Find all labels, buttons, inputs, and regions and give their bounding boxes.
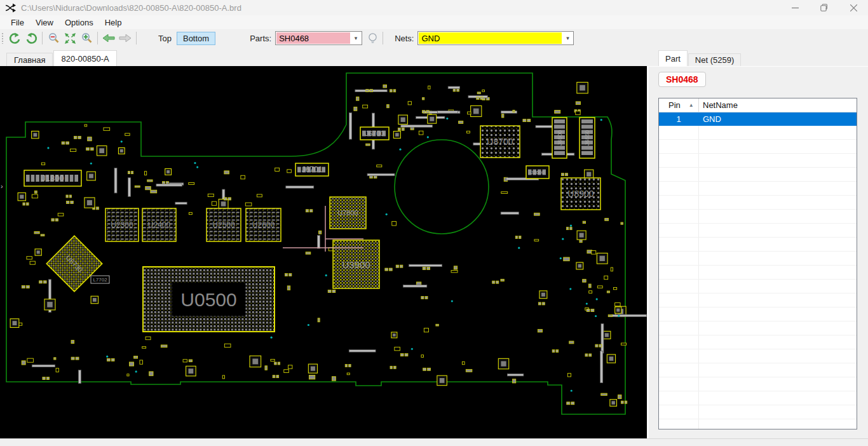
rotate-cw-icon [25,32,37,44]
doc-tab-820-00850-a[interactable]: 820-00850-A [53,50,116,66]
close-button[interactable] [839,0,868,15]
board-component-J1800[interactable]: J1800 [24,170,81,186]
empty-row [659,140,857,154]
svg-text:J1800: J1800 [41,173,64,183]
menu-file[interactable]: File [5,17,30,29]
side-top-button[interactable]: Top [154,32,175,44]
column-header-pin[interactable]: Pin▲ [659,98,699,112]
svg-text:U7800: U7800 [337,209,358,217]
svg-text:J6700: J6700 [365,130,384,137]
empty-row [659,224,857,238]
restore-icon [820,4,828,11]
board-view[interactable]: ›U0500U3900U7800U6730U2300U2400U2500U260… [0,66,647,438]
toolbar-separator [136,32,137,44]
svg-text:U2600: U2600 [252,220,275,229]
board-component-U2400[interactable]: U2400 [142,208,176,241]
parts-label: Parts: [250,34,271,43]
empty-row [659,238,857,252]
column-header-netname[interactable]: NetName [699,98,857,112]
restore-button[interactable] [810,0,839,15]
zoom-in-icon [81,32,93,44]
board-component-U2600[interactable]: U2600 [246,208,281,241]
small-components [10,82,646,406]
minimize-icon [792,4,799,11]
status-bar [0,438,868,446]
svg-text:J2600: J2600 [531,170,545,175]
board-component-U8700[interactable]: U8700 [480,126,520,158]
board-component-U8900[interactable]: U8900 [561,178,600,210]
selected-part-badge[interactable]: SH0468 [658,72,706,87]
board-component-J2600[interactable]: J2600 [526,166,549,179]
side-bottom-button[interactable]: Bottom [177,32,215,45]
zoom-out-icon [48,32,60,44]
nets-label: Nets: [395,34,414,43]
empty-row [659,182,857,196]
board-component-J6700[interactable]: J6700 [360,127,389,140]
empty-row [659,363,857,377]
svg-text:J6550: J6550 [584,130,590,146]
parts-combobox[interactable]: SH0468 ▾ [275,31,362,45]
panel-tab-part[interactable]: Part [658,50,688,66]
menu-options[interactable]: Options [59,17,99,29]
pin-net-table: Pin▲NetName 1GND [658,98,857,429]
svg-text:U3900: U3900 [342,259,370,270]
board-component-U7800[interactable]: U7800 [330,197,366,229]
board-component-U2500[interactable]: U2500 [207,208,241,241]
app-window: C:\Users\Nidurac\Downloads\820-00850-A\8… [0,0,868,446]
empty-row [659,252,857,266]
zoom-out-button[interactable] [45,30,62,46]
minimize-button[interactable] [780,0,810,15]
nav-forward-icon [119,34,132,43]
svg-text:U2500: U2500 [212,220,235,229]
board-cutout-circle [395,140,489,234]
nets-value: GND [419,32,562,44]
sort-asc-icon: ▲ [689,102,694,108]
board-component-L7702[interactable]: L7702 [91,276,109,283]
svg-text:U2300: U2300 [111,220,133,229]
board-component-U2300[interactable]: U2300 [105,208,139,241]
empty-row [659,210,857,224]
parts-value: SH0468 [276,32,350,44]
board-component-U0500[interactable]: U0500 [143,267,275,332]
svg-text:U2400: U2400 [148,220,171,229]
svg-text:J6500: J6500 [557,130,563,146]
pin-cell: 1 [659,112,699,126]
pin-row-1[interactable]: 1GND [659,112,857,126]
nets-combobox[interactable]: GND ▾ [417,31,574,45]
svg-text:U8700: U8700 [487,137,513,147]
toolbar-grip[interactable] [1,32,4,44]
nav-forward-button[interactable] [117,30,133,46]
empty-row [659,377,857,391]
svg-text:U8900: U8900 [567,189,593,199]
empty-row [659,168,857,182]
menu-help[interactable]: Help [99,17,128,29]
toolbar-separator [383,32,383,44]
part-panel: SH0468 Pin▲NetName 1GND [647,66,868,438]
board-component-J6500[interactable]: J6500 [552,118,567,158]
title-bar[interactable]: C:\Users\Nidurac\Downloads\820-00850-A\8… [0,0,868,15]
rotate-ccw-button[interactable] [6,30,23,46]
net-cell: GND [699,112,857,126]
panel-tab-strip: PartNet (5259) [658,50,742,66]
empty-row [659,126,857,140]
svg-text:J6701: J6701 [302,165,323,174]
nav-back-button[interactable] [100,30,117,46]
panel-tab-net[interactable]: Net (5259) [688,53,741,66]
chevron-down-icon[interactable]: ▾ [562,35,573,41]
empty-row [659,335,857,349]
chevron-down-icon[interactable]: ▾ [350,35,362,41]
board-outline [6,73,625,414]
doc-tab-главная[interactable]: Главная [6,53,53,66]
empty-row [659,419,857,430]
zoom-in-button[interactable] [78,30,95,46]
board-component-J6550[interactable]: J6550 [580,118,595,158]
window-title: C:\Users\Nidurac\Downloads\820-00850-A\8… [21,3,241,13]
rotate-cw-button[interactable] [23,30,39,46]
highlight-bulb-button[interactable] [365,30,380,46]
edge-marker: › [1,182,3,190]
board-component-J6701[interactable]: J6701 [295,163,329,176]
zoom-fit-button[interactable] [62,30,78,46]
nav-back-icon [102,34,115,43]
empty-row [659,196,857,210]
menu-view[interactable]: View [30,17,59,29]
